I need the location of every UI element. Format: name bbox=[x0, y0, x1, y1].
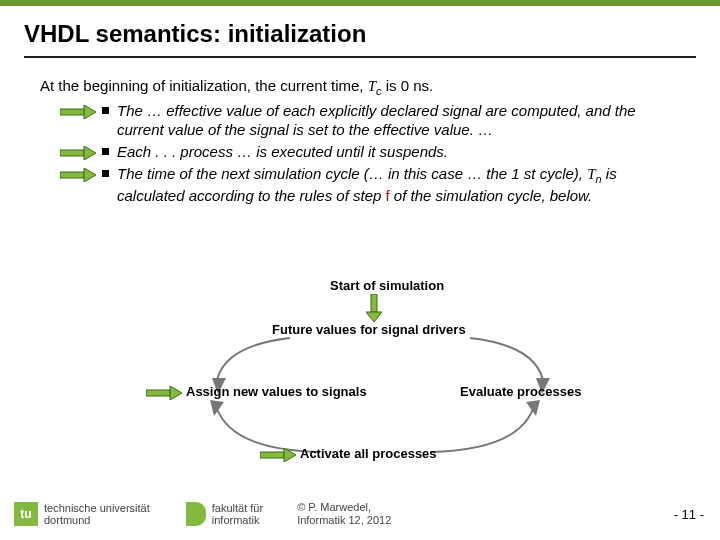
fi-mark-icon bbox=[186, 502, 206, 526]
svg-rect-10 bbox=[146, 390, 170, 396]
svg-rect-6 bbox=[371, 294, 377, 312]
copyright: © P. Marwedel, Informatik 12, 2012 bbox=[297, 501, 391, 527]
svg-rect-0 bbox=[60, 109, 84, 115]
fak-line2: informatik bbox=[212, 514, 263, 526]
svg-marker-5 bbox=[84, 168, 96, 182]
label-activate: Activate all processes bbox=[300, 446, 437, 461]
university-name: technische universität dortmund bbox=[44, 502, 150, 526]
slide-title: VHDL semantics: initialization bbox=[0, 6, 720, 56]
footer: tu technische universität dortmund fakul… bbox=[0, 494, 720, 534]
arrow-icon bbox=[366, 294, 382, 322]
svg-marker-11 bbox=[170, 386, 182, 400]
faculty-name: fakultät für informatik bbox=[212, 502, 263, 526]
bullet-text: Each . . . process … is executed until i… bbox=[117, 142, 448, 162]
label-future: Future values for signal drivers bbox=[272, 322, 466, 337]
simulation-cycle-diagram: Start of simulation Future values for si… bbox=[150, 278, 610, 468]
curve-up-right-icon bbox=[420, 400, 540, 458]
intro-post: is 0 ns. bbox=[382, 77, 434, 94]
arrow-icon bbox=[260, 448, 296, 462]
bullet-marker bbox=[102, 148, 109, 155]
bullet-row: The … effective value of each explicitly… bbox=[60, 101, 680, 141]
svg-rect-14 bbox=[260, 452, 284, 458]
intro-line: At the beginning of initialization, the … bbox=[40, 76, 680, 99]
arrow-icon bbox=[60, 168, 96, 182]
main-content: At the beginning of initialization, the … bbox=[0, 58, 720, 206]
uni-line1: technische universität bbox=[44, 502, 150, 514]
svg-marker-15 bbox=[284, 448, 296, 462]
b3-pre: The time of the next simulation cycle (…… bbox=[117, 165, 587, 182]
arrow-icon bbox=[60, 105, 96, 119]
svg-marker-13 bbox=[526, 400, 540, 416]
page-number: - 11 - bbox=[674, 507, 704, 522]
label-start: Start of simulation bbox=[330, 278, 444, 293]
svg-rect-2 bbox=[60, 150, 84, 156]
arrow-icon bbox=[146, 386, 182, 400]
bullet-text: The time of the next simulation cycle (…… bbox=[117, 164, 680, 206]
svg-rect-4 bbox=[60, 172, 84, 178]
svg-marker-12 bbox=[210, 400, 224, 416]
intro-pre: At the beginning of initialization, the … bbox=[40, 77, 368, 94]
svg-marker-7 bbox=[366, 312, 382, 322]
arrow-icon bbox=[60, 146, 96, 160]
label-evaluate: Evaluate processes bbox=[460, 384, 581, 399]
bullet-row: Each . . . process … is executed until i… bbox=[60, 142, 680, 162]
svg-marker-1 bbox=[84, 105, 96, 119]
fak-line1: fakultät für bbox=[212, 502, 263, 514]
label-assign: Assign new values to signals bbox=[186, 384, 367, 399]
copy-line2: Informatik 12, 2012 bbox=[297, 514, 391, 527]
tu-mark-icon: tu bbox=[14, 502, 38, 526]
fi-logo: fakultät für informatik bbox=[186, 502, 263, 526]
tc-symbol: T bbox=[368, 78, 376, 94]
bullet-list: The … effective value of each explicitly… bbox=[40, 101, 680, 207]
copy-line1: © P. Marwedel, bbox=[297, 501, 391, 514]
bullet-text: The … effective value of each explicitly… bbox=[117, 101, 680, 141]
tn-symbol: T bbox=[587, 166, 595, 182]
bullet-marker bbox=[102, 107, 109, 114]
svg-marker-3 bbox=[84, 146, 96, 160]
tu-logo: tu technische universität dortmund bbox=[14, 502, 150, 526]
bullet-marker bbox=[102, 170, 109, 177]
bullet-row: The time of the next simulation cycle (…… bbox=[60, 164, 680, 206]
b3-post: of the simulation cycle, below. bbox=[390, 187, 593, 204]
uni-line2: dortmund bbox=[44, 514, 150, 526]
